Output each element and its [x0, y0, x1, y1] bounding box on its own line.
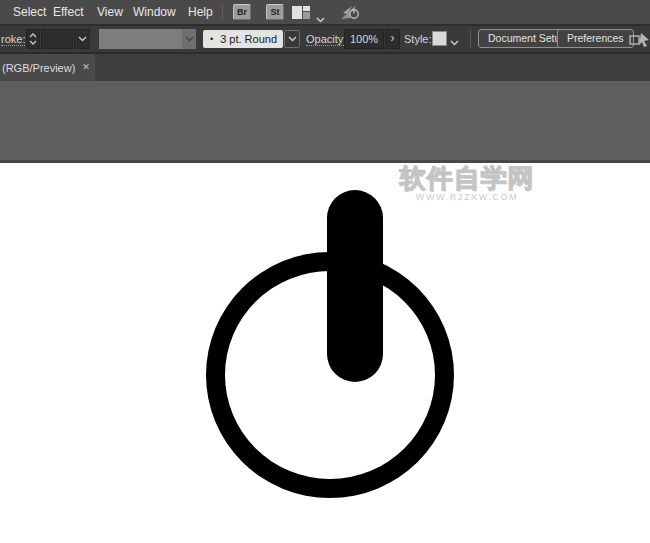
- dock-pin-icon[interactable]: [628, 31, 650, 50]
- stroke-weight-stepper[interactable]: [26, 29, 40, 49]
- watermark-url-text: WWW.RJZXW.COM: [398, 192, 536, 202]
- brush-chevron-down-icon[interactable]: [182, 29, 196, 49]
- pasteboard[interactable]: [0, 81, 650, 160]
- illustrator-window: Select Effect View Window Help Br St rok…: [0, 0, 650, 543]
- brush-name-dropdown[interactable]: • 3 pt. Round: [203, 30, 283, 48]
- stroke-weight-field[interactable]: [41, 29, 73, 49]
- brush-name-label: 3 pt. Round: [220, 33, 277, 45]
- style-chevron-down-icon[interactable]: [450, 36, 459, 48]
- brush-preview: [99, 29, 182, 49]
- menu-view[interactable]: View: [95, 0, 125, 24]
- menu-bar: Select Effect View Window Help Br St: [0, 0, 650, 24]
- tab-close-icon[interactable]: ✕: [82, 63, 90, 72]
- gpu-performance-rocket-icon[interactable]: [340, 3, 360, 25]
- style-swatch[interactable]: [432, 31, 447, 46]
- stroke-weight-dropdown[interactable]: [74, 29, 90, 49]
- menu-effect[interactable]: Effect: [51, 0, 85, 24]
- style-label: Style:: [404, 33, 432, 46]
- workspace-layout-icon[interactable]: [292, 6, 310, 19]
- power-symbol-circle-shape[interactable]: [206, 252, 454, 498]
- opacity-label[interactable]: Opacity:: [306, 33, 346, 46]
- controlbar-separator: [470, 30, 471, 48]
- preferences-button[interactable]: Preferences: [557, 29, 634, 48]
- control-bar: roke: • 3 pt. Round Opacity: 100% › Styl…: [0, 26, 650, 52]
- brush-name-chevron-down-icon[interactable]: [284, 30, 300, 48]
- menubar-separator: [222, 4, 223, 20]
- stepper-down-icon: [29, 40, 37, 45]
- opacity-field[interactable]: 100%: [344, 29, 384, 49]
- menu-help[interactable]: Help: [186, 0, 215, 24]
- menu-select[interactable]: Select: [11, 0, 48, 24]
- bridge-button[interactable]: Br: [233, 4, 251, 20]
- chevron-down-icon: [78, 36, 87, 42]
- document-tab[interactable]: (RGB/Preview) ✕: [0, 54, 95, 81]
- stock-button[interactable]: St: [266, 4, 284, 20]
- brush-dot-icon: •: [210, 34, 213, 44]
- document-tab-bar: (RGB/Preview) ✕: [0, 54, 650, 81]
- document-tab-title: (RGB/Preview): [0, 62, 75, 74]
- watermark: 软件自学网 WWW.RJZXW.COM: [398, 164, 536, 202]
- artboard-canvas[interactable]: 软件自学网 WWW.RJZXW.COM: [0, 163, 650, 543]
- menu-window[interactable]: Window: [131, 0, 178, 24]
- stepper-up-icon: [29, 33, 37, 38]
- stroke-label[interactable]: roke:: [1, 33, 25, 46]
- watermark-chinese-text: 软件自学网: [398, 164, 536, 192]
- opacity-options-button[interactable]: ›: [385, 29, 400, 49]
- brush-definition-dropdown[interactable]: [99, 29, 196, 49]
